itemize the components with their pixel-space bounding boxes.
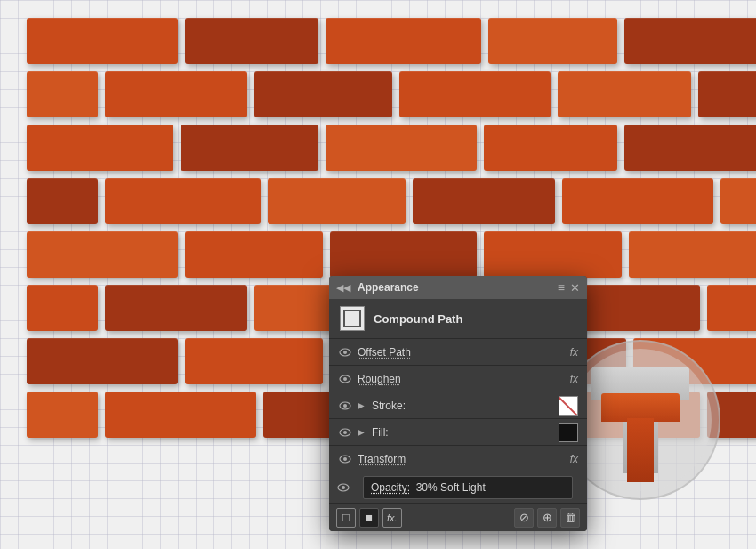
brick-row-1 — [27, 18, 729, 64]
fill-label: Fill: — [372, 426, 553, 439]
brick — [27, 392, 98, 438]
stroke-label: Stroke: — [372, 400, 553, 412]
roughen-fx-badge: fx — [570, 373, 578, 385]
compound-path-header: Compound Path — [329, 299, 587, 338]
brick — [27, 285, 98, 331]
expand-chevron-icon[interactable]: ▶ — [358, 400, 366, 410]
brick — [27, 71, 98, 117]
logo-inner — [569, 349, 712, 491]
brick — [105, 392, 256, 438]
panel-controls: ≡ ✕ — [558, 280, 580, 295]
opacity-row-wrapper: Opacity: 30% Soft Light — [329, 472, 587, 503]
brick — [624, 18, 756, 64]
opacity-value: 30% Soft Light — [416, 481, 486, 494]
panel-close-icon[interactable]: ✕ — [570, 281, 580, 295]
new-layer-button[interactable]: □ — [336, 508, 356, 528]
panel-container: ◀◀ Appearance ≡ ✕ Compound Path Offset P… — [329, 276, 587, 531]
brick — [399, 71, 551, 117]
brick — [484, 125, 617, 171]
transform-row[interactable]: Transform fx — [329, 445, 587, 472]
roughen-row[interactable]: Roughen fx — [329, 365, 587, 392]
brick — [181, 125, 318, 171]
panel-bottom-toolbar: □ ■ fx. ⊘ ⊕ 🗑 — [329, 503, 587, 531]
panel-menu-icon[interactable]: ≡ — [558, 280, 565, 295]
brick — [105, 71, 247, 117]
brick-row-2 — [27, 71, 729, 117]
visibility-eye-icon[interactable] — [338, 345, 352, 359]
brick-row-4 — [27, 178, 729, 224]
brick — [185, 231, 323, 278]
brick — [326, 18, 481, 64]
brick-row-5 — [27, 231, 729, 278]
brick — [326, 125, 477, 171]
offset-path-row[interactable]: Offset Path fx — [329, 338, 587, 365]
visibility-eye-icon[interactable] — [338, 399, 352, 413]
visibility-eye-icon[interactable] — [338, 425, 352, 440]
brick-row-3 — [27, 125, 729, 171]
brick — [27, 178, 98, 224]
svg-point-5 — [343, 404, 347, 408]
brick — [413, 178, 555, 224]
panel-title-group: ◀◀ Appearance — [336, 281, 419, 294]
visibility-eye-icon[interactable] — [338, 372, 352, 386]
opacity-row[interactable]: Opacity: 30% Soft Light — [363, 476, 573, 499]
expand-chevron-icon[interactable]: ▶ — [358, 427, 366, 437]
offset-path-fx-badge: fx — [570, 346, 578, 359]
brick — [698, 71, 756, 117]
brick — [629, 231, 756, 278]
brick — [185, 18, 318, 64]
delete-button[interactable]: 🗑 — [560, 508, 580, 528]
brick — [624, 125, 756, 171]
brick — [27, 125, 173, 171]
transform-label: Transform — [358, 453, 565, 465]
compound-path-thumbnail — [340, 306, 365, 331]
delete-effect-button[interactable]: ⊘ — [514, 508, 534, 528]
brick — [185, 338, 323, 384]
brick — [720, 178, 756, 224]
brick — [330, 231, 477, 278]
brick — [105, 285, 247, 331]
fill-swatch[interactable] — [559, 423, 578, 442]
offset-path-label: Offset Path — [358, 346, 565, 359]
visibility-eye-icon[interactable] — [336, 480, 350, 495]
brick — [562, 178, 713, 224]
brick — [558, 71, 691, 117]
svg-point-1 — [343, 351, 347, 354]
brick — [27, 338, 178, 384]
roughen-label: Roughen — [358, 373, 565, 385]
opacity-label: Opacity: 30% Soft Light — [371, 481, 486, 494]
brick — [27, 231, 178, 278]
brick — [268, 178, 406, 224]
svg-point-11 — [342, 486, 345, 489]
fx-button[interactable]: fx. — [382, 508, 402, 528]
brick — [254, 71, 392, 117]
brick — [484, 231, 622, 278]
svg-point-9 — [343, 457, 347, 461]
add-effect-button[interactable]: ⊕ — [537, 508, 557, 528]
svg-point-7 — [343, 431, 347, 434]
svg-point-3 — [343, 377, 347, 381]
panel-titlebar[interactable]: ◀◀ Appearance ≡ ✕ — [329, 276, 587, 299]
visibility-eye-icon[interactable] — [338, 452, 352, 466]
brick — [488, 18, 617, 64]
compound-path-label: Compound Path — [374, 312, 462, 326]
brick — [27, 18, 178, 64]
brick — [105, 178, 261, 224]
stroke-swatch[interactable] — [559, 396, 578, 416]
fill-row[interactable]: ▶ Fill: — [329, 418, 587, 445]
transform-fx-badge: fx — [570, 453, 578, 465]
brick — [707, 285, 756, 331]
stroke-row[interactable]: ▶ Stroke: — [329, 392, 587, 418]
filled-square-button[interactable]: ■ — [359, 508, 379, 528]
collapse-arrows-icon[interactable]: ◀◀ — [336, 282, 350, 294]
panel-title: Appearance — [358, 281, 419, 294]
